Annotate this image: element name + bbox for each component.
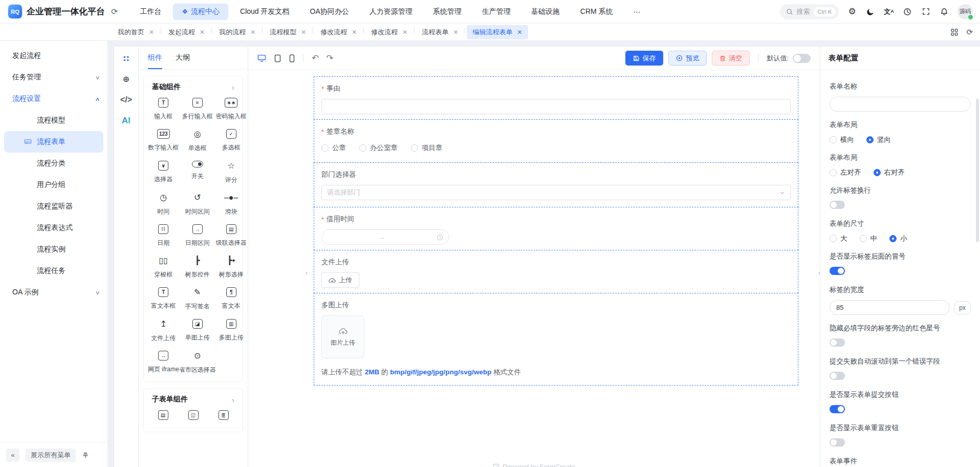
form-field-multi-image[interactable]: 多图上传 图片上传 请上传不超过 2MB 的 bmp/gif/jpeg/jpg/… xyxy=(314,293,798,386)
menu-item[interactable]: ❖ 基础设施 xyxy=(522,4,569,20)
page-tab[interactable]: 编辑流程表单 ✕ xyxy=(467,25,528,39)
radio-option[interactable]: 大 xyxy=(830,234,847,243)
radio-option[interactable]: 项目章 xyxy=(411,143,443,153)
form-field-seal[interactable]: *签章名称 公章办公室章项目章 xyxy=(314,119,798,163)
show-colon-toggle[interactable] xyxy=(830,267,845,275)
component-item[interactable]: ◷ 时间 xyxy=(148,193,179,216)
page-tab[interactable]: 修改流程 ✕ xyxy=(365,25,413,39)
rail-icon[interactable]: ∷ xyxy=(123,55,129,63)
chevron-right-icon[interactable]: › xyxy=(232,395,234,404)
label-width-input[interactable] xyxy=(830,300,950,315)
form-field-reason[interactable]: *事由 xyxy=(314,76,798,120)
menu-item[interactable]: ❖ OA协同办公 xyxy=(301,4,358,20)
config-scrollbar[interactable] xyxy=(976,99,979,242)
show-submit-toggle[interactable] xyxy=(830,405,845,413)
sidebar-item[interactable]: OA 示例 ∨ xyxy=(0,282,107,303)
menu-item[interactable]: ❖ 生产管理 xyxy=(473,4,519,20)
menu-item[interactable]: ❖ 工作台 xyxy=(131,4,170,20)
component-item[interactable]: ◪ 单图上传 xyxy=(179,319,216,343)
upload-button[interactable]: 上传 xyxy=(321,272,359,288)
component-item[interactable]: ◫ xyxy=(178,410,208,424)
tab-close-icon[interactable]: ✕ xyxy=(402,29,407,35)
component-item[interactable]: ↺ 时间区间 xyxy=(179,193,216,216)
page-tab[interactable]: 修改流程 ✕ xyxy=(315,25,362,39)
show-all-menus-button[interactable]: 展示所有菜单 xyxy=(26,449,76,462)
component-item[interactable]: ≡ 多行输入框 xyxy=(179,98,216,121)
tab-close-icon[interactable]: ✕ xyxy=(250,29,255,35)
component-item[interactable]: ∷ 日期 xyxy=(148,224,179,247)
radio-option[interactable]: 左对齐 xyxy=(830,168,861,177)
menu-item[interactable]: ❖ ⋯ xyxy=(625,4,649,19)
sidebar-item[interactable]: 流程监听器 xyxy=(0,196,107,217)
sidebar-item[interactable]: 流程表单 xyxy=(4,131,103,153)
form-field-file-upload[interactable]: 文件上传 上传 xyxy=(314,250,798,293)
component-item[interactable]: ∨ 选择器 xyxy=(148,161,179,184)
clear-button[interactable]: 清空 xyxy=(712,51,750,66)
component-item[interactable]: ✓ 多选框 xyxy=(216,129,247,153)
component-item[interactable]: ▯▯ 穿梭框 xyxy=(148,256,179,279)
menu-item[interactable]: ❖ 人力资源管理 xyxy=(361,4,421,20)
form-field-borrow-time[interactable]: *借用时间 → xyxy=(314,207,798,250)
show-reset-toggle[interactable] xyxy=(830,438,845,447)
label-wrap-toggle[interactable] xyxy=(830,201,845,209)
search-input[interactable]: 搜索 Ctrl K xyxy=(780,4,839,19)
scroll-to-error-toggle[interactable] xyxy=(830,372,845,380)
default-value-toggle[interactable] xyxy=(793,54,811,63)
component-item[interactable]: ☆ 评分 xyxy=(216,161,247,184)
reason-input[interactable] xyxy=(321,99,791,114)
component-item[interactable]: ┣• 树形选择 xyxy=(216,256,247,279)
component-item[interactable]: ↔ 网页 iframe xyxy=(148,351,179,374)
radio-option[interactable]: 小 xyxy=(889,234,907,243)
menu-item[interactable]: ❖ 系统管理 xyxy=(424,4,470,20)
save-button[interactable]: 保存 xyxy=(625,51,663,66)
component-item[interactable]: T 富文本框 xyxy=(148,287,179,311)
sidebar-item[interactable]: 流程实例 xyxy=(0,239,107,260)
radio-option[interactable]: 右对齐 xyxy=(874,168,905,177)
fullscreen-icon[interactable] xyxy=(921,7,931,17)
sidebar-item[interactable]: 流程表达式 xyxy=(0,217,107,239)
menu-item[interactable]: ❖ 流程中心 xyxy=(173,4,228,20)
page-tab[interactable]: 发起流程 ✕ xyxy=(163,25,210,39)
department-select[interactable]: 请选择部门 xyxy=(321,185,791,200)
sidebar-item[interactable]: 发起流程 xyxy=(0,45,107,67)
language-translate-icon[interactable]: 文A xyxy=(884,7,894,17)
component-item[interactable]: ¶ 富文本 xyxy=(216,287,247,311)
sidebar-item[interactable]: 流程任务 xyxy=(0,260,107,282)
tab-refresh-icon[interactable]: ⟳ xyxy=(966,28,973,37)
image-upload-box[interactable]: 图片上传 xyxy=(321,315,364,358)
radio-option[interactable]: 中 xyxy=(860,234,878,243)
undo-icon[interactable]: ↶ xyxy=(312,53,319,63)
form-name-input[interactable] xyxy=(830,97,971,112)
component-item[interactable]: 开关 xyxy=(179,161,216,184)
component-item[interactable]: ◎ 单选框 xyxy=(179,129,216,153)
collapse-sidebar-button[interactable]: « xyxy=(6,449,19,462)
rail-icon[interactable]: </> xyxy=(120,96,132,104)
chevron-right-icon[interactable]: › xyxy=(232,83,234,92)
form-field-department[interactable]: 部门选择器 请选择部门 xyxy=(314,162,798,207)
page-tab[interactable]: 我的首页 ✕ xyxy=(112,25,160,39)
pin-icon[interactable] xyxy=(82,452,89,459)
radio-option[interactable]: 办公室章 xyxy=(359,143,398,153)
page-tab[interactable]: 我的流程 ✕ xyxy=(213,25,261,39)
refresh-icon[interactable]: ⟳ xyxy=(111,7,118,16)
rail-icon[interactable]: ⊕ xyxy=(123,75,129,83)
rail-icon[interactable]: AI xyxy=(122,116,130,125)
component-item[interactable]: ∗∗ 密码输入框 xyxy=(216,98,247,121)
desktop-view-icon[interactable] xyxy=(257,54,266,62)
collapse-left-handle[interactable]: ‹ xyxy=(306,269,308,277)
user-avatar[interactable]: 源码 xyxy=(957,4,973,19)
hide-asterisk-toggle[interactable] xyxy=(830,338,845,347)
component-item[interactable]: 123 数字输入框 xyxy=(148,129,179,153)
sidebar-item[interactable]: 流程模型 xyxy=(0,110,107,131)
component-item[interactable]: ≣ xyxy=(208,410,238,424)
settings-gear-icon[interactable]: ⚙ xyxy=(847,7,857,17)
tablet-view-icon[interactable] xyxy=(274,54,281,62)
component-item[interactable]: → 日期区间 xyxy=(179,224,216,247)
sidebar-item[interactable]: 流程分类 xyxy=(0,153,107,174)
redo-icon[interactable]: ↷ xyxy=(326,53,333,63)
app-logo[interactable]: RQ xyxy=(8,5,22,18)
panel-tab[interactable]: 大纲 xyxy=(176,53,190,69)
radio-option[interactable]: 横向 xyxy=(830,135,854,144)
page-tab[interactable]: 流程模型 ✕ xyxy=(264,25,312,39)
notification-bell-icon[interactable] xyxy=(939,7,949,17)
